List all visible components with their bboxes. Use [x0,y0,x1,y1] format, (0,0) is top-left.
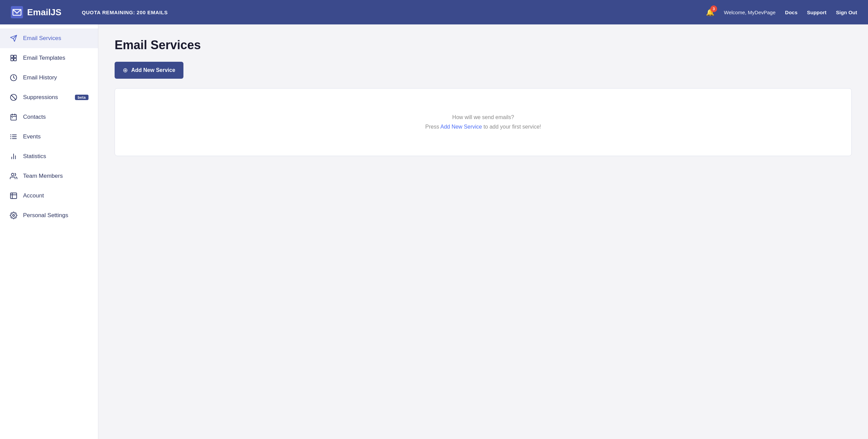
sidebar-item-contacts[interactable]: Contacts [0,107,98,127]
plus-circle-icon: ⊕ [123,66,128,74]
sidebar-item-suppressions[interactable]: Suppressions beta [0,88,98,107]
sidebar-item-events[interactable]: Events [0,127,98,147]
sidebar-item-personal-settings[interactable]: Personal Settings [0,206,98,225]
sidebar-label-team-members: Team Members [23,173,88,179]
template-icon [9,54,18,62]
page-title: Email Services [115,38,852,52]
notification-badge: 3 [710,5,717,12]
empty-text-suffix: to add your first service! [482,124,541,130]
svg-rect-6 [14,58,16,61]
empty-services-panel: How will we send emails? Press Add New S… [115,88,852,156]
events-icon [9,133,18,140]
svg-rect-4 [14,55,16,58]
sidebar-label-statistics: Statistics [23,153,88,160]
sidebar-label-contacts: Contacts [23,114,88,120]
empty-text-line2: Press Add New Service to add your first … [425,124,541,130]
logo-icon [11,6,23,18]
stats-icon [9,153,18,160]
app-layout: Email Services Email Templates Email His… [0,24,868,439]
beta-badge: beta [75,95,88,100]
add-new-service-button[interactable]: ⊕ Add New Service [115,62,183,79]
notification-bell[interactable]: 🔔 3 [706,8,714,16]
history-icon [9,74,18,81]
svg-point-28 [13,214,15,216]
svg-rect-5 [11,58,13,61]
sidebar-item-email-history[interactable]: Email History [0,68,98,88]
sidebar: Email Services Email Templates Email His… [0,24,98,439]
empty-text-link[interactable]: Add New Service [440,124,482,130]
account-icon [9,192,18,199]
svg-rect-3 [11,55,13,58]
sidebar-label-email-history: Email History [23,74,88,81]
main-content: Email Services ⊕ Add New Service How wil… [98,24,868,439]
sidebar-item-email-services[interactable]: Email Services [0,28,98,48]
signout-link[interactable]: Sign Out [836,9,857,15]
team-icon [9,172,18,180]
sidebar-label-suppressions: Suppressions [23,94,70,101]
empty-text-prefix: Press [425,124,440,130]
sidebar-label-events: Events [23,133,88,140]
logo-area: EmailJS [11,6,61,18]
empty-text-line1: How will we send emails? [452,114,514,120]
welcome-text: Welcome, MyDevPage [724,9,775,15]
svg-rect-25 [11,193,17,199]
svg-point-24 [12,173,14,176]
quota-text: QUOTA REMAINING: 200 EMAILS [82,9,706,15]
svg-rect-10 [11,115,17,120]
sidebar-item-email-templates[interactable]: Email Templates [0,48,98,68]
logo-text: EmailJS [27,7,61,18]
sidebar-label-account: Account [23,192,88,199]
sidebar-item-account[interactable]: Account [0,186,98,206]
header-right: 🔔 3 Welcome, MyDevPage Docs Support Sign… [706,8,857,16]
docs-link[interactable]: Docs [785,9,797,15]
sidebar-label-personal-settings: Personal Settings [23,212,88,219]
sidebar-item-team-members[interactable]: Team Members [0,166,98,186]
contacts-icon [9,113,18,121]
svg-line-9 [12,95,16,100]
suppress-icon [9,94,18,101]
sidebar-item-statistics[interactable]: Statistics [0,147,98,166]
send-icon [9,35,18,42]
app-header: EmailJS QUOTA REMAINING: 200 EMAILS 🔔 3 … [0,0,868,24]
support-link[interactable]: Support [807,9,827,15]
sidebar-label-email-templates: Email Templates [23,55,88,61]
sidebar-label-email-services: Email Services [23,35,88,42]
settings-icon [9,212,18,219]
add-service-btn-label: Add New Service [131,67,175,73]
